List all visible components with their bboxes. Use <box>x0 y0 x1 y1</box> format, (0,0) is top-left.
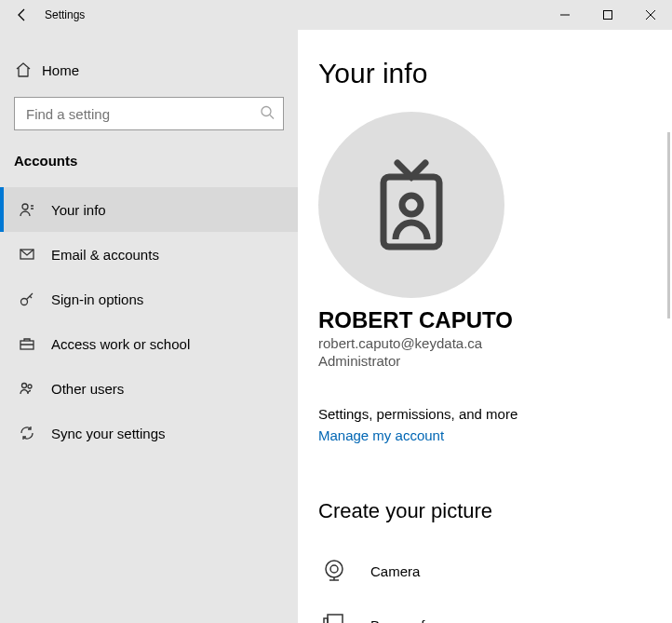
page-title: Your info <box>318 58 652 89</box>
sidebar-item-label: Other users <box>51 381 124 397</box>
permissions-text: Settings, permissions, and more <box>318 406 652 422</box>
minimize-icon <box>560 10 570 20</box>
manage-account-link[interactable]: Manage my account <box>318 427 652 443</box>
avatar <box>318 112 504 298</box>
main-area: Home Accounts Your info Email & accounts <box>0 30 672 623</box>
person-icon <box>18 201 36 218</box>
svg-point-8 <box>22 384 27 388</box>
svg-rect-15 <box>324 618 328 623</box>
sidebar-item-work-school[interactable]: Access work or school <box>0 321 298 366</box>
search-icon <box>260 105 275 123</box>
content-area: Your info ROBERT CAPUTO robert.caputo@ke… <box>298 30 672 623</box>
sync-icon <box>18 425 36 441</box>
close-icon <box>646 10 655 20</box>
back-button[interactable] <box>0 7 45 22</box>
search-input[interactable] <box>14 97 284 130</box>
briefcase-icon <box>18 335 36 352</box>
close-button[interactable] <box>629 0 672 30</box>
sidebar-item-label: Access work or school <box>51 336 190 352</box>
camera-label: Camera <box>370 563 420 579</box>
camera-option[interactable]: Camera <box>318 544 652 598</box>
minimize-button[interactable] <box>544 0 586 30</box>
user-role: Administrator <box>318 353 652 369</box>
svg-point-13 <box>330 565 338 573</box>
arrow-left-icon <box>15 7 30 22</box>
home-label: Home <box>42 62 79 78</box>
svg-point-11 <box>402 196 421 214</box>
sidebar-item-your-info[interactable]: Your info <box>0 187 298 232</box>
sidebar-category: Accounts <box>0 147 298 187</box>
user-email: robert.caputo@keydata.ca <box>318 335 652 351</box>
title-bar: Settings <box>0 0 672 30</box>
home-icon <box>14 61 33 78</box>
maximize-button[interactable] <box>586 0 629 30</box>
svg-rect-14 <box>328 615 343 623</box>
search-container <box>14 97 284 130</box>
people-icon <box>18 380 36 397</box>
browse-label: Browse for one <box>370 617 464 624</box>
maximize-icon <box>603 10 612 20</box>
sidebar-item-signin-options[interactable]: Sign-in options <box>0 277 298 321</box>
window-title: Settings <box>45 8 85 21</box>
svg-rect-1 <box>604 11 612 20</box>
scrollbar[interactable] <box>667 132 670 318</box>
home-button[interactable]: Home <box>0 52 298 88</box>
create-picture-heading: Create your picture <box>318 499 652 523</box>
svg-point-6 <box>21 299 28 305</box>
sidebar-item-label: Email & accounts <box>51 247 159 263</box>
browse-icon <box>318 612 350 623</box>
sidebar-item-email-accounts[interactable]: Email & accounts <box>0 232 298 277</box>
svg-point-9 <box>28 385 32 388</box>
sidebar-item-other-users[interactable]: Other users <box>0 366 298 411</box>
browse-option[interactable]: Browse for one <box>318 598 652 623</box>
sidebar-item-label: Sign-in options <box>51 291 143 307</box>
user-name: ROBERT CAPUTO <box>318 307 652 333</box>
camera-icon <box>318 557 350 585</box>
sidebar-item-label: Sync your settings <box>51 426 166 441</box>
sidebar-item-label: Your info <box>51 202 106 218</box>
key-icon <box>18 291 36 307</box>
svg-point-4 <box>22 204 28 210</box>
sidebar-item-sync-settings[interactable]: Sync your settings <box>0 411 298 455</box>
mail-icon <box>18 246 36 263</box>
sidebar: Home Accounts Your info Email & accounts <box>0 30 298 623</box>
svg-point-2 <box>262 107 271 116</box>
svg-point-12 <box>326 561 343 577</box>
svg-line-3 <box>270 115 274 119</box>
badge-icon <box>370 154 453 256</box>
